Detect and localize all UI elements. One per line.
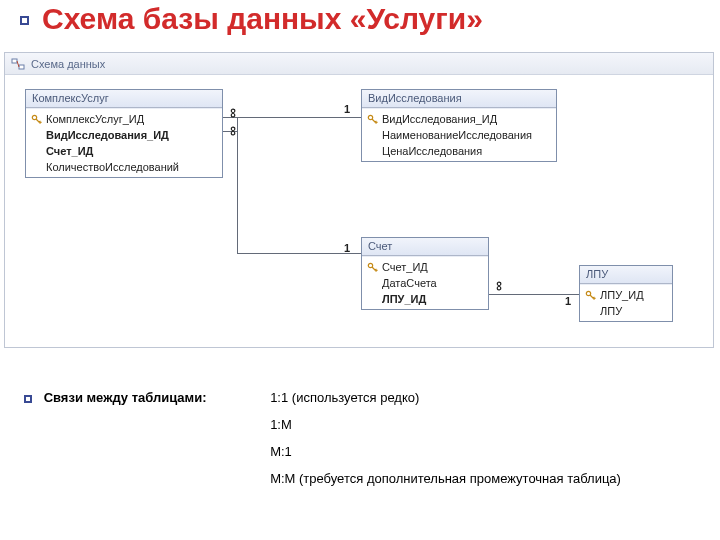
footer-item: 1:M	[270, 417, 621, 432]
table-field[interactable]: НаименованиеИсследования	[362, 127, 556, 143]
table-header: КомплексУслуг	[26, 90, 222, 108]
table-field[interactable]: ВидИсследования_ИД	[26, 127, 222, 143]
field-name: ЛПУ_ИД	[382, 293, 426, 305]
table-body: Счет_ИДДатаСчетаЛПУ_ИД	[362, 256, 488, 309]
cardinality-one: 1	[344, 103, 350, 115]
svg-rect-0	[12, 59, 17, 63]
field-name: КомплексУслуг_ИД	[46, 113, 144, 125]
table-field[interactable]: КоличествоИсследований	[26, 159, 222, 175]
table-field[interactable]: Счет_ИД	[26, 143, 222, 159]
field-name: КоличествоИсследований	[46, 161, 179, 173]
field-name: Счет_ИД	[382, 261, 428, 273]
table-field[interactable]: ДатаСчета	[362, 275, 488, 291]
table-body: ЛПУ_ИДЛПУ	[580, 284, 672, 321]
table-header: Счет	[362, 238, 488, 256]
field-name: ЛПУ_ИД	[600, 289, 644, 301]
field-name: ДатаСчета	[382, 277, 437, 289]
table-header: ЛПУ	[580, 266, 672, 284]
primary-key-icon	[366, 261, 378, 273]
footer-bullet	[24, 395, 32, 403]
field-name: ВидИсследования_ИД	[382, 113, 497, 125]
field-name: ВидИсследования_ИД	[46, 129, 169, 141]
table-header: ВидИсследования	[362, 90, 556, 108]
schema-window: Схема данных 1 ∞ ∞ 1 ∞ 1 КомплексУслуг К…	[4, 52, 714, 348]
rel-line	[237, 131, 238, 253]
table-field[interactable]: ЛПУ	[580, 303, 672, 319]
cardinality-one: 1	[565, 295, 571, 307]
table-body: ВидИсследования_ИДНаименованиеИсследован…	[362, 108, 556, 161]
table-field[interactable]: ЦенаИсследования	[362, 143, 556, 159]
footer: Связи между таблицами: 1:1 (используется…	[24, 390, 684, 498]
table-lpu[interactable]: ЛПУ ЛПУ_ИДЛПУ	[579, 265, 673, 322]
primary-key-icon	[30, 113, 42, 125]
table-body: КомплексУслуг_ИДВидИсследования_ИДСчет_И…	[26, 108, 222, 177]
table-komplex-uslug[interactable]: КомплексУслуг КомплексУслуг_ИДВидИсследо…	[25, 89, 223, 178]
table-field[interactable]: Счет_ИД	[362, 259, 488, 275]
table-field[interactable]: КомплексУслуг_ИД	[26, 111, 222, 127]
primary-key-icon	[366, 113, 378, 125]
footer-label: Связи между таблицами:	[44, 390, 207, 405]
svg-rect-1	[19, 65, 24, 69]
field-name: ЦенаИсследования	[382, 145, 482, 157]
rel-line	[237, 253, 361, 254]
field-name: Счет_ИД	[46, 145, 93, 157]
cardinality-many: ∞	[495, 278, 505, 294]
field-name: ЛПУ	[600, 305, 622, 317]
window-titlebar: Схема данных	[5, 53, 713, 75]
cardinality-many: ∞	[229, 105, 239, 121]
table-vid-issledovaniya[interactable]: ВидИсследования ВидИсследования_ИДНаимен…	[361, 89, 557, 162]
footer-item: 1:1 (используется редко)	[270, 390, 621, 405]
cardinality-one: 1	[344, 242, 350, 254]
window-title: Схема данных	[31, 58, 105, 70]
table-schet[interactable]: Счет Счет_ИДДатаСчетаЛПУ_ИД	[361, 237, 489, 310]
table-field[interactable]: ВидИсследования_ИД	[362, 111, 556, 127]
table-field[interactable]: ЛПУ_ИД	[362, 291, 488, 307]
field-name: НаименованиеИсследования	[382, 129, 532, 141]
relationships-icon	[11, 57, 25, 71]
primary-key-icon	[584, 289, 596, 301]
title-bullet	[20, 16, 29, 25]
cardinality-many: ∞	[229, 123, 239, 139]
table-field[interactable]: ЛПУ_ИД	[580, 287, 672, 303]
footer-item: M:M (требуется дополнительная промежуточ…	[270, 471, 621, 486]
rel-line	[223, 117, 361, 118]
footer-item: M:1	[270, 444, 621, 459]
schema-canvas[interactable]: 1 ∞ ∞ 1 ∞ 1 КомплексУслуг КомплексУслуг_…	[5, 75, 713, 349]
page-title: Схема базы данных «Услуги»	[42, 2, 483, 36]
